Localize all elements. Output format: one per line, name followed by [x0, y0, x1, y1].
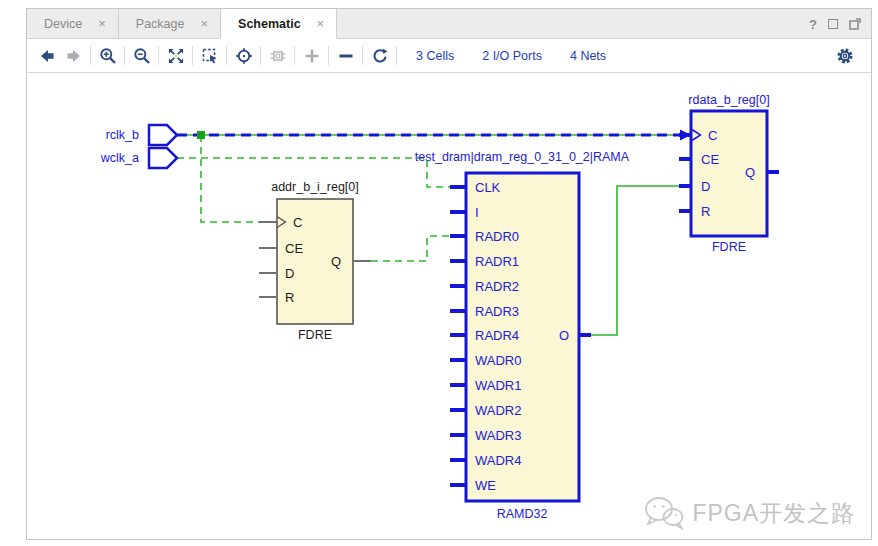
pin-label: WADR3	[475, 428, 521, 443]
pin-label: RADR1	[475, 254, 519, 269]
help-icon[interactable]: ?	[809, 17, 817, 32]
collapse-cone-button[interactable]	[332, 43, 359, 69]
tab-device[interactable]: Device ×	[27, 9, 119, 39]
pin-label: I	[475, 205, 479, 220]
tab-package[interactable]: Package ×	[119, 9, 221, 39]
toolbar-separator	[294, 46, 295, 65]
toolbar-separator	[158, 46, 159, 65]
pin-label: WADR2	[475, 403, 521, 418]
net-junction-dot	[197, 131, 205, 139]
zoom-to-selection-button[interactable]	[196, 43, 223, 69]
toolbar-separator	[90, 46, 91, 65]
net-ram-o-to-rdata-d[interactable]	[591, 186, 679, 335]
cell-type-ram: RAMD32	[497, 507, 548, 521]
close-icon[interactable]: ×	[317, 16, 325, 31]
zoom-fit-button[interactable]	[162, 43, 189, 69]
toolbar-separator	[396, 46, 397, 65]
pin-label: CLK	[475, 180, 501, 195]
pin-label: CE	[285, 241, 303, 256]
pin-label: RADR2	[475, 279, 519, 294]
pin-label: CE	[701, 152, 719, 167]
io-ports-count-link[interactable]: 2 I/O Ports	[482, 49, 542, 63]
port-symbol-rclk-b[interactable]	[149, 125, 177, 145]
pin-label: RADR4	[475, 328, 519, 343]
zoom-out-button[interactable]	[128, 43, 155, 69]
tab-strip-filler	[337, 9, 871, 39]
cell-title-addr: addr_b_i_reg[0]	[271, 180, 359, 194]
forward-button[interactable]	[60, 43, 87, 69]
toolbar-separator	[226, 46, 227, 65]
toolbar-separator	[328, 46, 329, 65]
tab-package-label: Package	[136, 17, 185, 31]
autofit-selection-button[interactable]	[230, 43, 257, 69]
pin-label: Q	[745, 165, 755, 180]
cell-title-ram: test_dram|dram_reg_0_31_0_2|RAMA	[415, 150, 630, 164]
pin-label: D	[701, 179, 710, 194]
port-symbol-wclk-a[interactable]	[149, 148, 177, 168]
cell-title-rdata: rdata_b_reg[0]	[688, 93, 769, 107]
schematic-window: Device × Package × Schematic × ?	[26, 8, 872, 540]
pin-label: RADR0	[475, 229, 519, 244]
tab-schematic-label: Schematic	[238, 17, 301, 31]
pin-label: WADR4	[475, 453, 521, 468]
schematic-toolbar: 3 Cells 2 I/O Ports 4 Nets	[27, 39, 871, 73]
watermark: FPGA开发之路	[643, 495, 855, 531]
net-rclk-branch-to-addr-c[interactable]	[201, 135, 259, 222]
tab-strip: Device × Package × Schematic × ?	[27, 9, 871, 39]
pin-label: Q	[331, 254, 341, 269]
port-label-wclk-a[interactable]: wclk_a	[100, 151, 139, 165]
close-icon[interactable]: ×	[98, 16, 106, 31]
zoom-in-button[interactable]	[94, 43, 121, 69]
pin-label: C	[708, 128, 717, 143]
toolbar-separator	[124, 46, 125, 65]
float-icon[interactable]	[849, 18, 861, 30]
regenerate-layout-button[interactable]	[366, 43, 393, 69]
watermark-text: FPGA开发之路	[692, 498, 855, 529]
settings-gear-icon[interactable]	[831, 43, 858, 69]
tab-schematic[interactable]: Schematic ×	[221, 9, 337, 39]
toolbar-separator	[362, 46, 363, 65]
net-addr-q-to-radr0[interactable]	[371, 236, 450, 261]
cell-type-rdata: FDRE	[712, 240, 746, 254]
pin-label: WADR0	[475, 353, 521, 368]
maximize-icon[interactable]	[828, 19, 838, 29]
wechat-logo-icon	[643, 495, 685, 531]
pin-label: R	[701, 204, 710, 219]
port-label-rclk-b[interactable]: rclk_b	[106, 128, 139, 142]
pin-label: C	[293, 215, 302, 230]
expand-cone-button[interactable]	[298, 43, 325, 69]
pin-label: WE	[475, 478, 496, 493]
pin-label: D	[285, 266, 294, 281]
back-button[interactable]	[33, 43, 60, 69]
schematic-canvas[interactable]: rclk_b wclk_a addr_b_i_reg[0] C CE D R Q…	[27, 73, 871, 539]
cells-count-link[interactable]: 3 Cells	[416, 49, 454, 63]
pin-label: RADR3	[475, 304, 519, 319]
cell-type-addr: FDRE	[298, 328, 332, 342]
pin-label: R	[285, 290, 294, 305]
net-arrowhead-icon	[680, 130, 691, 141]
pin-label: WADR1	[475, 378, 521, 393]
add-to-schematic-button[interactable]	[264, 43, 291, 69]
pin-label: O	[559, 328, 569, 343]
toolbar-separator	[192, 46, 193, 65]
nets-count-link[interactable]: 4 Nets	[570, 49, 606, 63]
toolbar-separator	[260, 46, 261, 65]
close-icon[interactable]: ×	[200, 16, 208, 31]
tab-device-label: Device	[44, 17, 82, 31]
cell-addr-b-i-reg[interactable]	[277, 199, 353, 324]
